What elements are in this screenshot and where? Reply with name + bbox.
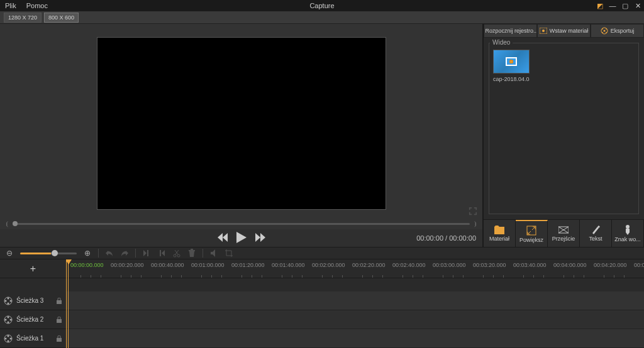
- svg-point-6: [606, 28, 607, 30]
- minimize-button[interactable]: —: [609, 2, 616, 9]
- timeline-body[interactable]: 00:00:00.00000:00:20.00000:00:40.00000:0…: [67, 259, 644, 348]
- record-label: Rozpocznij rejestro...: [485, 28, 537, 34]
- zoom-slider[interactable]: [20, 253, 77, 254]
- scrub-row: ⦗ ⦘: [0, 218, 482, 229]
- track-lane-3[interactable]: [67, 291, 644, 310]
- tab-material[interactable]: Materiał: [484, 220, 516, 247]
- resolution-1280x720[interactable]: 1280 X 720: [4, 13, 42, 23]
- thumbnail-label: cap-2018.04.04.14...: [493, 76, 530, 82]
- tab-material-label: Materiał: [489, 236, 509, 242]
- svg-point-4: [603, 30, 605, 32]
- track-lane-1[interactable]: [67, 329, 644, 348]
- thumbnail-image: [493, 50, 530, 73]
- svg-rect-12: [147, 250, 148, 256]
- delete-button[interactable]: [187, 249, 196, 258]
- mark-out-button[interactable]: [157, 249, 166, 258]
- timeline-ruler[interactable]: 00:00:00.00000:00:20.00000:00:40.00000:0…: [67, 259, 644, 278]
- track-lane-2[interactable]: [67, 310, 644, 329]
- svg-rect-13: [160, 250, 161, 256]
- fullscreen-icon[interactable]: [469, 207, 477, 215]
- lock-icon[interactable]: [56, 335, 62, 342]
- tab-text-label: Tekst: [589, 236, 602, 242]
- pin-icon[interactable]: ◩: [596, 2, 604, 9]
- svg-point-2: [542, 30, 545, 32]
- app-title: Capture: [309, 2, 334, 9]
- scrub-thumb[interactable]: [13, 221, 18, 226]
- maximize-button[interactable]: ▢: [621, 2, 629, 9]
- film-icon: [4, 315, 13, 324]
- menu-help[interactable]: Pomoc: [26, 2, 48, 9]
- tab-text[interactable]: Tekst: [580, 220, 612, 247]
- ruler-tick: 00:02:40.000: [392, 262, 426, 268]
- film-icon: [4, 334, 13, 343]
- tab-transition[interactable]: Przejście: [548, 220, 580, 247]
- media-thumbnail[interactable]: cap-2018.04.04.14...: [493, 50, 530, 82]
- svg-rect-33: [57, 338, 62, 342]
- tab-zoom-label: Powiększ: [519, 237, 543, 243]
- bracket-left-icon: ⦗: [5, 220, 9, 227]
- tab-watermark[interactable]: Znak wo...: [612, 220, 644, 247]
- playhead[interactable]: [68, 259, 69, 348]
- scrub-slider[interactable]: [13, 223, 470, 225]
- svg-point-5: [602, 28, 603, 30]
- zoom-in-button[interactable]: ⊕: [83, 249, 92, 258]
- rewind-button[interactable]: [218, 233, 228, 243]
- track-header-3[interactable]: Ścieżka 3: [0, 291, 66, 310]
- ruler-tick: 00:02:00.000: [312, 262, 345, 268]
- film-icon: [4, 296, 13, 305]
- lock-icon[interactable]: [56, 317, 62, 323]
- track-label: Ścieżka 3: [16, 297, 52, 304]
- media-legend: Wideo: [490, 39, 513, 46]
- edit-toolbar: ⊖ ⊕: [0, 247, 644, 259]
- svg-point-24: [5, 318, 7, 320]
- tab-transition-label: Przejście: [552, 236, 575, 242]
- svg-point-18: [5, 300, 7, 302]
- svg-point-29: [8, 335, 9, 337]
- resolution-800x600[interactable]: 800 X 600: [44, 13, 79, 23]
- svg-rect-21: [57, 300, 62, 304]
- add-track-button[interactable]: +: [0, 259, 66, 278]
- zoom-thumb[interactable]: [52, 250, 58, 256]
- menu-file[interactable]: Plik: [5, 2, 16, 9]
- action-row: Rozpocznij rejestro... Wstaw materiał Ek…: [484, 24, 644, 38]
- forward-button[interactable]: [255, 233, 265, 243]
- redo-button[interactable]: [120, 249, 129, 258]
- timeline: + Ścieżka 3 Ścieżka 2 Ścieżka 1 00:00:00…: [0, 259, 644, 348]
- play-button[interactable]: [236, 232, 247, 244]
- bracket-right-icon: ⦘: [474, 220, 477, 227]
- mark-in-button[interactable]: [142, 249, 151, 258]
- track-lane-gap: [67, 278, 644, 291]
- svg-point-17: [8, 297, 9, 299]
- main-row: ⦗ ⦘ 00:00:00 / 00:00:00 Rozpocznij rejes…: [0, 24, 644, 247]
- time-display: 00:00:00 / 00:00:00: [416, 234, 476, 242]
- svg-point-14: [174, 254, 176, 257]
- volume-button[interactable]: [209, 249, 218, 258]
- svg-point-30: [5, 337, 7, 339]
- track-label: Ścieżka 2: [16, 316, 52, 323]
- ruler-tick: 00:04:00.000: [553, 262, 587, 268]
- zoom-out-button[interactable]: ⊖: [5, 249, 14, 258]
- svg-point-8: [606, 32, 607, 33]
- track-header-1[interactable]: Ścieżka 1: [0, 329, 66, 348]
- svg-point-31: [10, 337, 12, 339]
- export-button[interactable]: Eksportuj: [591, 24, 644, 38]
- ruler-tick: 00:01:00.000: [191, 262, 225, 268]
- svg-point-25: [10, 318, 12, 320]
- video-preview[interactable]: [97, 37, 386, 210]
- svg-point-20: [8, 302, 9, 304]
- ruler-tick: 00:04: [634, 262, 644, 268]
- insert-button[interactable]: Wstaw materiał: [537, 24, 591, 38]
- svg-point-11: [626, 225, 630, 229]
- windows-logo-icon: [506, 57, 517, 66]
- tool-tabs: Materiał Powiększ Przejście Tekst Znak w…: [484, 219, 644, 247]
- ruler-tick: 00:00:00.000: [70, 262, 104, 268]
- record-button[interactable]: Rozpocznij rejestro...: [484, 24, 537, 38]
- lock-icon[interactable]: [56, 298, 62, 304]
- cut-button[interactable]: [172, 249, 181, 258]
- crop-button[interactable]: [225, 249, 233, 258]
- tab-zoom[interactable]: Powiększ: [516, 220, 548, 247]
- ruler-tick: 00:01:40.000: [272, 262, 305, 268]
- close-button[interactable]: ✕: [634, 2, 641, 9]
- undo-button[interactable]: [105, 249, 114, 258]
- track-header-2[interactable]: Ścieżka 2: [0, 310, 66, 329]
